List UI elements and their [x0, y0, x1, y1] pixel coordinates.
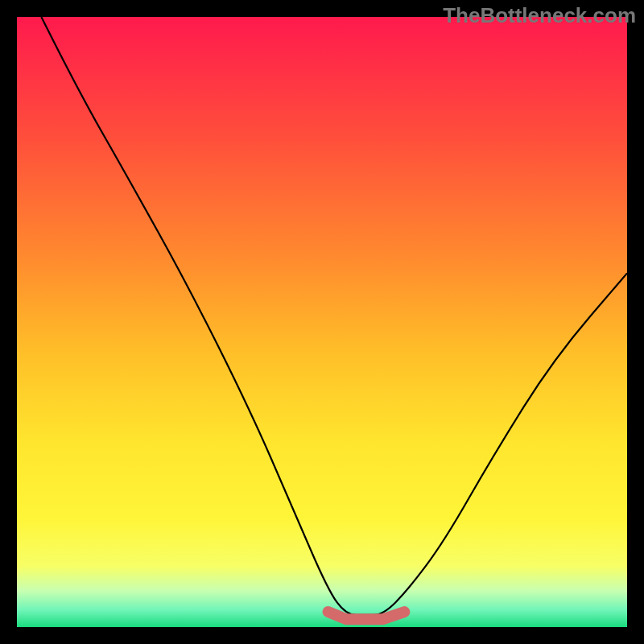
chart-svg — [17, 17, 627, 627]
watermark: TheBottleneck.com — [443, 3, 636, 28]
gradient-background — [17, 17, 627, 627]
plot-area — [17, 17, 627, 627]
chart-frame: TheBottleneck.com — [0, 0, 644, 644]
